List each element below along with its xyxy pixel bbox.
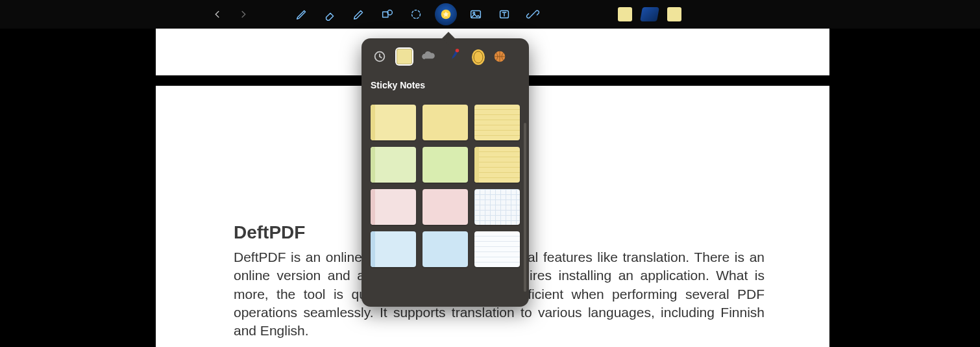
sticky-note-yellow-margin[interactable] <box>371 105 416 140</box>
popover-scrollbar[interactable] <box>524 123 526 292</box>
stickers-popover: Sticky Notes <box>361 38 529 307</box>
image-tool[interactable] <box>466 5 485 24</box>
highlighter-tool[interactable] <box>349 5 369 24</box>
sticky-note-blue-plain[interactable] <box>423 231 468 267</box>
svg-point-5 <box>473 12 475 14</box>
sticky-note-yellow-lined[interactable] <box>474 105 520 140</box>
undo-button[interactable] <box>208 5 227 24</box>
sticky-note-yellow-lined-margin[interactable] <box>474 147 520 183</box>
sticky-note-green-margin[interactable] <box>371 147 416 183</box>
category-stamp[interactable] <box>469 47 487 66</box>
quick-eraser[interactable] <box>641 7 658 21</box>
stickers-tool[interactable] <box>435 3 457 25</box>
category-pen[interactable] <box>445 47 463 66</box>
popover-title: Sticky Notes <box>361 72 529 97</box>
sticky-note-grid[interactable] <box>474 189 520 225</box>
pen-tool[interactable] <box>292 5 312 24</box>
sticky-notes-grid <box>361 97 529 276</box>
text-tool[interactable] <box>495 5 514 24</box>
sticky-note-pink-plain[interactable] <box>423 189 468 225</box>
redo-button[interactable] <box>234 5 253 24</box>
category-ball[interactable] <box>494 47 506 66</box>
main-toolbar <box>0 0 980 29</box>
sticky-note-yellow-plain[interactable] <box>423 105 468 140</box>
category-cloud[interactable] <box>420 47 438 66</box>
category-recent[interactable] <box>371 47 389 66</box>
sticky-note-blue-margin[interactable] <box>371 231 416 267</box>
svg-point-8 <box>456 49 459 53</box>
quick-note-yellow[interactable] <box>618 7 632 21</box>
quick-note-yellow-2[interactable] <box>667 7 681 21</box>
sticky-note-white-lined[interactable] <box>474 231 520 267</box>
lasso-tool[interactable] <box>406 5 426 24</box>
eraser-tool[interactable] <box>321 5 340 24</box>
sticker-category-row <box>361 38 529 72</box>
note-icon <box>397 49 412 64</box>
sticky-note-pink-margin[interactable] <box>371 189 416 225</box>
shape-tool[interactable] <box>378 5 397 24</box>
sticky-note-green-plain[interactable] <box>423 147 468 183</box>
svg-point-2 <box>412 10 421 19</box>
link-tool[interactable] <box>523 5 543 24</box>
category-notes[interactable] <box>395 47 413 66</box>
